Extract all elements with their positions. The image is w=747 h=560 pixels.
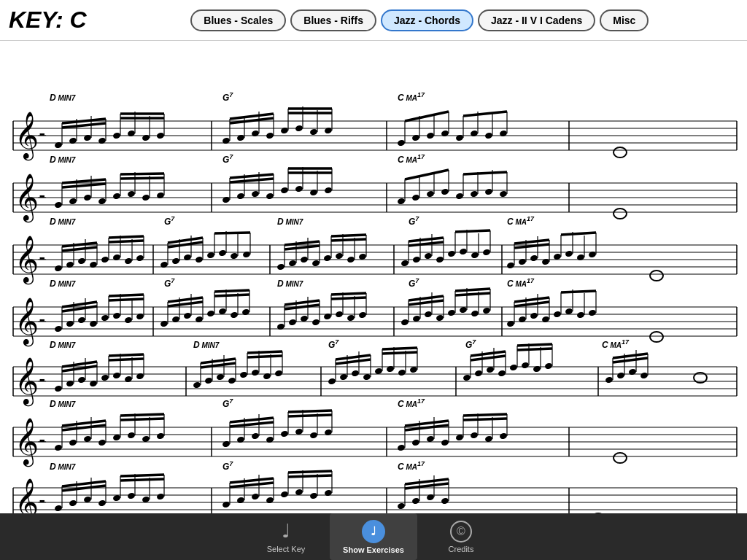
staff-row-3: D MIN7 G7 D MIN7 G7 C MA17 𝄞 𝄼 <box>13 215 737 285</box>
svg-point-129 <box>397 198 406 205</box>
svg-line-459 <box>382 352 417 354</box>
svg-line-183 <box>109 236 144 238</box>
svg-line-260 <box>514 240 549 244</box>
svg-point-60 <box>470 130 479 137</box>
svg-point-232 <box>482 249 491 256</box>
toolbar-credits[interactable]: © Credits <box>417 513 505 560</box>
svg-line-71 <box>405 112 449 121</box>
svg-point-421 <box>204 377 213 384</box>
svg-point-192 <box>230 252 239 260</box>
svg-point-58 <box>441 130 449 137</box>
svg-point-322 <box>276 323 285 330</box>
key-label: KEY: C <box>9 7 87 34</box>
svg-point-91 <box>83 194 92 201</box>
svg-point-37 <box>251 130 260 137</box>
svg-point-56 <box>411 134 420 141</box>
svg-point-209 <box>323 254 332 262</box>
svg-line-379 <box>561 291 596 292</box>
svg-text:D MIN7: D MIN7 <box>193 340 220 350</box>
svg-point-302 <box>160 320 169 327</box>
svg-point-170 <box>101 256 109 263</box>
svg-line-299 <box>109 295 144 296</box>
svg-line-320 <box>168 302 203 306</box>
toolbar-show-exercises[interactable]: ♩ Show Exercises <box>330 513 417 560</box>
svg-point-61 <box>484 132 493 139</box>
svg-point-527 <box>236 436 245 443</box>
svg-point-329 <box>358 311 367 319</box>
svg-point-327 <box>335 311 344 318</box>
svg-point-38 <box>266 132 274 139</box>
svg-point-403 <box>89 380 98 387</box>
svg-text:𝄞: 𝄞 <box>15 112 39 161</box>
tab-jazz-ii-v-i[interactable]: Jazz - II V I Cadens <box>478 9 595 31</box>
svg-point-169 <box>89 261 98 268</box>
svg-text:G7: G7 <box>222 153 233 165</box>
svg-point-345 <box>436 314 444 322</box>
svg-point-132 <box>441 188 449 195</box>
svg-line-545 <box>288 415 332 416</box>
svg-point-244 <box>506 262 515 269</box>
svg-point-57 <box>426 132 435 139</box>
toolbar-select-key[interactable]: ♩ Select Key <box>242 513 330 560</box>
svg-point-42 <box>324 127 333 134</box>
svg-point-466 <box>533 365 541 373</box>
svg-point-461 <box>474 370 483 377</box>
svg-point-625 <box>441 497 449 505</box>
svg-line-599 <box>120 475 164 476</box>
svg-point-402 <box>77 376 86 384</box>
svg-point-16 <box>69 137 77 144</box>
svg-point-423 <box>228 377 236 384</box>
svg-point-186 <box>160 261 169 268</box>
svg-point-283 <box>66 320 74 327</box>
svg-point-73 <box>614 147 627 158</box>
svg-point-17 <box>83 134 92 141</box>
svg-point-507 <box>69 439 77 446</box>
svg-point-328 <box>347 314 355 322</box>
svg-point-285 <box>89 320 98 327</box>
svg-point-482 <box>628 368 637 376</box>
svg-point-41 <box>309 128 318 136</box>
svg-point-532 <box>309 432 318 439</box>
svg-text:C MA17: C MA17 <box>507 277 535 289</box>
svg-line-341 <box>331 298 366 299</box>
svg-line-108 <box>120 178 164 179</box>
tab-misc[interactable]: Misc <box>600 9 649 31</box>
svg-point-55 <box>397 139 406 147</box>
svg-point-20 <box>127 130 136 137</box>
svg-text:G7: G7 <box>409 277 419 289</box>
show-exercises-label: Show Exercises <box>343 545 404 554</box>
svg-point-134 <box>470 190 479 198</box>
svg-text:G7: G7 <box>328 338 339 350</box>
svg-point-289 <box>136 313 144 320</box>
svg-line-458 <box>336 359 371 364</box>
staff-row-2: D MIN7 G7 C MA17 𝄞 𝄼 <box>13 153 737 223</box>
svg-point-609 <box>324 489 333 497</box>
svg-point-309 <box>241 308 250 316</box>
svg-point-348 <box>471 310 479 317</box>
svg-line-619 <box>288 471 332 472</box>
tab-jazz-chords[interactable]: Jazz - Chords <box>381 9 473 31</box>
svg-point-206 <box>288 260 297 267</box>
show-exercises-icon: ♩ <box>362 520 385 543</box>
svg-point-467 <box>544 362 553 370</box>
svg-point-400 <box>54 385 63 392</box>
svg-point-287 <box>112 312 121 319</box>
svg-point-168 <box>77 257 86 265</box>
svg-line-488 <box>613 354 648 358</box>
svg-line-339 <box>331 293 366 295</box>
svg-point-529 <box>266 436 274 443</box>
tab-blues-riffs[interactable]: Blues - Riffs <box>290 9 376 31</box>
svg-point-303 <box>171 316 180 323</box>
svg-point-286 <box>101 314 109 322</box>
svg-line-224 <box>331 239 366 241</box>
bottom-toolbar: ♩ Select Key ♩ Show Exercises © Credits <box>0 513 747 560</box>
svg-text:D MIN7: D MIN7 <box>277 279 303 289</box>
svg-point-131 <box>426 190 435 198</box>
svg-text:𝄞: 𝄞 <box>15 478 39 513</box>
svg-point-92 <box>98 198 107 205</box>
svg-line-182 <box>62 243 97 246</box>
tab-blues-scales[interactable]: Blues - Scales <box>190 9 286 31</box>
svg-point-226 <box>412 256 421 263</box>
svg-line-543 <box>288 411 332 412</box>
svg-point-39 <box>280 127 289 134</box>
